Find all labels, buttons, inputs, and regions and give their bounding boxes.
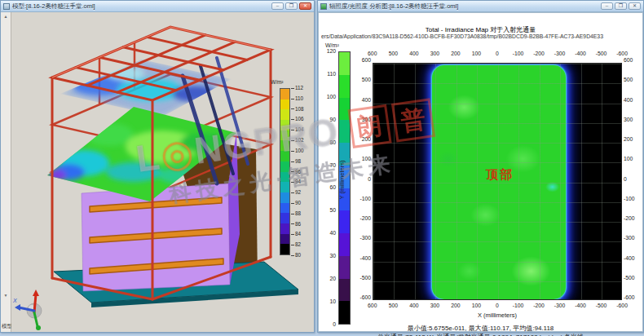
model-colorbar-segment (280, 244, 289, 254)
model-colorbar-tick: 84 (291, 231, 309, 237)
model-window-titlebar[interactable]: 模型:[8.16-2奥特糖汪手堂.oml] – ❐ ✕ (1, 1, 314, 12)
model-colorbar-tick: 90 (291, 200, 309, 206)
model-3d-scene: X (11, 12, 314, 332)
model-colorbar-tick: 94 (291, 179, 309, 184)
y-axis-ticks-left: 6005004003002001000-100-200-300-400-500-… (356, 57, 371, 301)
model-colorbar-tick: 92 (291, 189, 309, 195)
model-colorbar-segment (280, 234, 289, 245)
model-colorbar-segment (280, 223, 289, 234)
x-axis-tick: 100 (466, 303, 487, 308)
model-colorbar-tick: 100 (291, 148, 309, 153)
y-axis-tick: -400 (356, 255, 371, 262)
y-axis-tick: 200 (624, 136, 638, 143)
model-colorbar-unit: W/m² (271, 79, 284, 85)
y-axis-tick: 300 (356, 117, 371, 123)
y-axis-tick: 100 (624, 156, 638, 162)
minimize-button[interactable]: – (601, 2, 613, 10)
model-window: 模型:[8.16-2奥特糖汪手堂.oml] – ❐ ✕ ▲ ▼ 模型 (0, 0, 315, 333)
irradiance-map-canvas[interactable]: 顶部 (373, 63, 622, 300)
x-axis-tick: 0 (487, 303, 508, 308)
irradiance-window-body: Total - Irradiance Map 对于入射光通量 ers/Data/… (318, 12, 643, 332)
x-axis-tick: -500 (591, 51, 612, 56)
map-colorbar-segment (339, 52, 350, 75)
y-axis-tick: 0 (356, 176, 371, 183)
x-axis-tick: -600 (611, 51, 633, 56)
model-colorbar-tick: 104 (291, 126, 309, 132)
map-colorbar-tick: 80 (320, 139, 336, 146)
map-colorbar-segment (339, 75, 350, 98)
restore-button[interactable]: ❐ (285, 2, 298, 10)
model-colorbar-tick: 86 (291, 221, 309, 227)
close-button[interactable]: ✕ (299, 2, 311, 10)
map-colorbar-tick: 30 (320, 253, 336, 259)
y-axis-tick: -200 (356, 215, 371, 222)
map-data-path: ers/Data/Application/83C9A118-D562-410D-… (321, 33, 640, 39)
map-colorbar-tick: 50 (320, 207, 336, 214)
restore-button[interactable]: ❐ (615, 2, 627, 10)
x-axis-tick: -500 (591, 303, 612, 308)
y-axis-tick: 300 (624, 117, 638, 123)
map-colorbar-tick: 120 (320, 48, 336, 55)
map-colorbar-segment (339, 98, 350, 121)
x-axis-tick: 500 (383, 303, 404, 308)
stats-line-2: 总光通量:73.412 W, 光通量/发射光通量:0.1894, 717108 … (319, 333, 642, 336)
model-colorbar-ticks: 1121101081061041021009896949290888684828… (291, 85, 309, 258)
x-axis-tick: 600 (362, 303, 383, 308)
y-axis-tick: 500 (356, 77, 371, 83)
y-axis-tick: -500 (356, 275, 371, 281)
model-colorbar-tick: 96 (291, 169, 309, 175)
model-colorbar-tick: 112 (291, 85, 309, 91)
map-colorbar-segment (339, 233, 350, 256)
x-axis-tick: 500 (383, 51, 404, 56)
close-button[interactable]: ✕ (629, 2, 641, 10)
side-toolbar-strip: ▲ ▼ (1, 12, 11, 332)
x-axis-ticks-top: 6005004003002001000-100-200-300-400-500-… (362, 51, 633, 56)
model-colorbar-segment (280, 151, 289, 161)
map-colorbar-unit: W/m² (325, 42, 339, 48)
x-axis-tick: 200 (445, 51, 466, 56)
x-axis-tick: -400 (570, 51, 591, 56)
scroll-up-icon[interactable]: ▲ (1, 14, 11, 19)
y-axis-label: Y (millimeters) (338, 139, 346, 221)
map-colorbar-tick: 110 (320, 71, 336, 77)
model-colorbar-tick: 110 (291, 95, 309, 101)
model-colorbar-segment (280, 109, 289, 120)
map-colorbar-tick: 60 (320, 184, 336, 191)
map-colorbar-ticks: 1201101009080706050403020100 (320, 48, 336, 328)
x-axis-ticks-bottom: 6005004003002001000-100-200-300-400-500-… (362, 303, 633, 308)
y-axis-tick: 100 (356, 156, 371, 162)
irradiance-window-titlebar[interactable]: 辐照度/光照度 分析图:[8.16-2奥特糖汪手堂.oml] – ❐ ✕ (318, 1, 643, 12)
minimize-button[interactable]: – (271, 2, 284, 10)
model-colorbar-segment (280, 89, 289, 99)
model-3d-viewport[interactable]: X W/m² 112110108106104102100989694929088… (11, 12, 314, 332)
model-colorbar-segment (280, 99, 289, 110)
map-colorbar-segment (339, 279, 350, 302)
y-axis-tick: 400 (624, 97, 638, 104)
y-axis-tick: 500 (624, 77, 638, 83)
map-colorbar-tick: 10 (320, 298, 336, 305)
y-axis-tick: 600 (356, 57, 371, 64)
orientation-triad: X (12, 290, 42, 330)
x-axis-tick: 100 (466, 51, 487, 56)
y-axis-tick: 600 (624, 57, 638, 64)
map-colorbar-segment (339, 256, 350, 279)
model-colorbar-segment (280, 203, 289, 214)
model-colorbar-segment (280, 213, 289, 223)
y-axis-tick: -100 (624, 196, 638, 202)
model-colorbar-tick: 98 (291, 158, 309, 164)
x-axis-tick: -200 (528, 51, 549, 56)
model-colorbar-tick: 102 (291, 137, 309, 143)
model-colorbar-segment (280, 182, 289, 192)
model-colorbar-segment (280, 130, 289, 141)
x-axis-tick: 200 (445, 303, 466, 308)
model-colorbar-segment (280, 120, 289, 130)
mdi-workspace: 模型:[8.16-2奥特糖汪手堂.oml] – ❐ ✕ ▲ ▼ 模型 (0, 0, 644, 336)
model-window-body: ▲ ▼ 模型 (1, 12, 314, 332)
x-axis-tick: -300 (549, 51, 571, 56)
map-colorbar-tick: 100 (320, 94, 336, 100)
model-colorbar-segment (280, 161, 289, 172)
scroll-down-icon[interactable]: ▼ (1, 293, 11, 298)
y-axis-tick: 0 (624, 176, 638, 183)
stats-line-1: 最小值:5.6755e-011, 最大值:110.17, 平均值:94.118 (319, 324, 642, 333)
model-window-title: 模型:[8.16-2奥特糖汪手堂.oml] (12, 2, 271, 11)
